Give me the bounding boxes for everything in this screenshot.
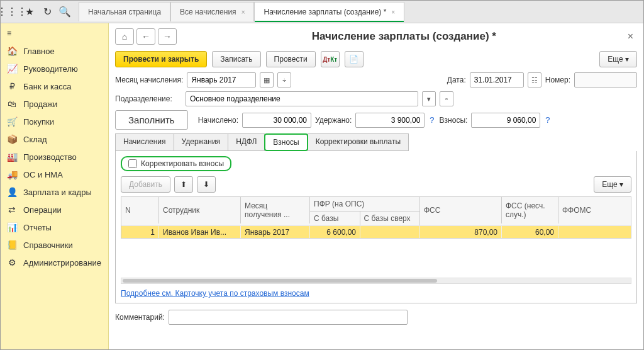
sidebar-item-sales[interactable]: 🛍Продажи [1, 95, 108, 113]
gear-icon: ⚙ [7, 257, 17, 268]
number-input[interactable] [574, 72, 637, 88]
help-icon[interactable]: ? [544, 115, 551, 125]
cell-ffoms [558, 226, 596, 238]
dept-input[interactable] [186, 91, 418, 106]
dept-dropdown-icon[interactable]: ▾ [422, 91, 436, 106]
cell-pfr2 [360, 226, 420, 238]
sidebar-item-purchases[interactable]: 🛒Покупки [1, 113, 108, 130]
apps-icon[interactable]: ⋮⋮⋮ [3, 3, 21, 21]
add-row-button[interactable]: Добавить [121, 176, 170, 193]
sidebar-label: Главное [23, 47, 55, 56]
person-icon: 👤 [7, 187, 17, 197]
col-pfr-base[interactable]: С базы [310, 211, 360, 225]
page-title: Начисление зарплаты (создание) * [184, 30, 624, 43]
deducted-label: Удержано: [315, 116, 352, 125]
correct-label: Корректировать взносы [141, 159, 224, 168]
col-emp[interactable]: Сотрудник [159, 197, 241, 223]
more-button[interactable]: Еще ▾ [599, 51, 637, 67]
back-button[interactable]: ← [136, 28, 155, 45]
sidebar-item-catalogs[interactable]: 📒Справочники [1, 236, 108, 254]
month-picker-icon[interactable]: ▦ [260, 72, 274, 88]
print-button[interactable]: 📄 [345, 51, 364, 67]
post-close-button[interactable]: Провести и закрыть [115, 51, 207, 67]
sidebar-item-assets[interactable]: 🚚ОС и НМА [1, 166, 108, 183]
date-input[interactable] [470, 72, 524, 88]
col-n[interactable]: N [121, 197, 159, 223]
correct-checkbox[interactable] [128, 159, 137, 168]
cart-icon: 🛒 [7, 116, 17, 127]
sidebar-label: Склад [23, 135, 47, 144]
history-icon[interactable]: ↻ [38, 3, 56, 21]
sidebar-label: Руководителю [23, 64, 78, 74]
itab-deductions[interactable]: Удержания [174, 133, 229, 151]
close-icon[interactable]: × [242, 9, 245, 16]
col-month[interactable]: Месяц получения ... [241, 197, 310, 223]
month-label: Месяц начисления: [115, 76, 183, 84]
col-fss[interactable]: ФСС [420, 197, 502, 223]
fill-button[interactable]: Заполнить [115, 110, 188, 130]
itab-ndfl[interactable]: НДФЛ [228, 133, 265, 151]
book-icon: 📒 [7, 240, 17, 250]
help-icon[interactable]: ? [428, 115, 435, 125]
comment-input[interactable] [169, 310, 408, 325]
contrib-grid[interactable]: N Сотрудник Месяц получения ... ПФР (на … [121, 196, 631, 239]
move-up-button[interactable]: ⬆ [174, 176, 193, 193]
itab-accruals[interactable]: Начисления [115, 133, 174, 151]
inner-tabs: Начисления Удержания НДФЛ Взносы Коррект… [115, 133, 637, 151]
month-input[interactable] [187, 72, 256, 88]
deducted-input[interactable] [355, 113, 425, 128]
dtkt-button[interactable]: ДтКт [321, 51, 340, 67]
correct-checkbox-row[interactable]: Корректировать взносы [121, 156, 231, 171]
forward-button[interactable]: → [158, 28, 177, 45]
write-button[interactable]: Записать [212, 51, 260, 67]
cell-fss2: 60,00 [502, 226, 558, 238]
col-pfr-over[interactable]: С базы сверх [360, 211, 419, 225]
h-scrollbar[interactable] [121, 278, 631, 284]
col-fss-acc[interactable]: ФСС (несч. случ.) [502, 197, 558, 223]
close-button[interactable]: × [624, 31, 637, 42]
sidebar-label: Справочники [23, 240, 73, 250]
search-icon[interactable]: 🔍 [56, 3, 74, 21]
sidebar-item-operations[interactable]: ⇄Операции [1, 201, 108, 218]
sidebar-item-production[interactable]: 🏭Производство [1, 148, 108, 166]
top-toolbar: ⋮⋮⋮ ★ ↻ 🔍 Начальная страница Все начисле… [1, 1, 643, 23]
dept-open-icon[interactable]: ▫ [440, 91, 453, 106]
details-link[interactable]: Подробнее см. Карточку учета по страховы… [121, 289, 309, 298]
itab-corrections[interactable]: Корректировки выплаты [308, 133, 409, 151]
contrib-label: Взносы: [440, 116, 468, 125]
sidebar-item-reports[interactable]: 📊Отчеты [1, 218, 108, 236]
sidebar-item-bank[interactable]: ₽Банк и касса [1, 77, 108, 95]
tab-all-accruals[interactable]: Все начисления× [170, 2, 254, 21]
home-button[interactable]: ⌂ [115, 28, 134, 45]
box-icon: 📦 [7, 134, 17, 144]
month-spin-icon[interactable]: ÷ [277, 72, 291, 88]
dept-label: Подразделение: [115, 94, 182, 103]
cell-n: 1 [121, 226, 159, 238]
contrib-input[interactable] [471, 113, 540, 128]
sidebar-item-admin[interactable]: ⚙Администрирование [1, 254, 108, 271]
comment-label: Комментарий: [115, 313, 165, 322]
number-label: Номер: [545, 76, 570, 84]
col-ffoms[interactable]: ФФОМС [558, 197, 596, 223]
sidebar-item-main[interactable]: 🏠Главное [1, 42, 108, 60]
star-icon[interactable]: ★ [21, 3, 38, 21]
grid-more-button[interactable]: Еще ▾ [594, 176, 631, 193]
tab-start-page[interactable]: Начальная страница [79, 2, 170, 21]
itab-contributions[interactable]: Взносы [264, 133, 308, 151]
accrued-input[interactable] [242, 113, 311, 128]
date-picker-icon[interactable]: ☷ [528, 72, 541, 88]
date-label: Дата: [447, 76, 466, 84]
post-button[interactable]: Провести [266, 51, 316, 67]
move-down-button[interactable]: ⬇ [197, 176, 216, 193]
scrollbar-thumb[interactable] [123, 279, 437, 283]
sidebar-item-warehouse[interactable]: 📦Склад [1, 130, 108, 148]
table-row[interactable]: 1 Иванов Иван Ив... Январь 2017 6 600,00… [121, 225, 631, 238]
close-icon[interactable]: × [391, 9, 395, 16]
col-pfr[interactable]: ПФР (на ОПС) С базы С базы сверх [310, 197, 420, 225]
sidebar-toggle[interactable]: ≡ [1, 25, 108, 42]
sales-icon: 🛍 [7, 99, 17, 109]
tab-pane: Корректировать взносы Добавить ⬆ ⬇ Еще ▾… [115, 151, 637, 303]
tab-payroll-create[interactable]: Начисление зарплаты (создание) *× [254, 2, 404, 21]
sidebar-item-payroll[interactable]: 👤Зарплата и кадры [1, 183, 108, 201]
sidebar-item-manager[interactable]: 📈Руководителю [1, 60, 108, 77]
